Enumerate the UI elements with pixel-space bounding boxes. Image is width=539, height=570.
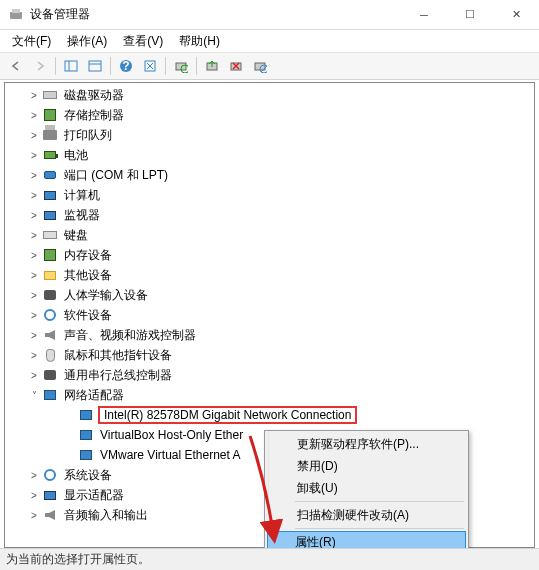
chevron-right-icon[interactable]: > — [27, 288, 41, 302]
menu-file[interactable]: 文件(F) — [4, 31, 59, 52]
app-icon — [8, 7, 24, 23]
tree-category-label: 内存设备 — [62, 246, 114, 265]
disable-toolbar-button[interactable] — [248, 54, 272, 78]
ctx-scan-hardware[interactable]: 扫描检测硬件改动(A) — [268, 504, 466, 526]
tree-category-label: 通用串行总线控制器 — [62, 366, 174, 385]
tree-category-label: 其他设备 — [62, 266, 114, 285]
tree-device-label: Intel(R) 82578DM Gigabit Network Connect… — [102, 407, 353, 423]
menu-help[interactable]: 帮助(H) — [171, 31, 228, 52]
monitor-icon — [42, 487, 58, 503]
gear-icon — [42, 307, 58, 323]
ctx-uninstall[interactable]: 卸载(U) — [268, 477, 466, 499]
net-icon — [78, 447, 94, 463]
ctx-separator — [295, 501, 464, 502]
chevron-right-icon[interactable]: > — [27, 88, 41, 102]
chevron-right-icon[interactable]: > — [27, 308, 41, 322]
tree-category-label: 音频输入和输出 — [62, 506, 150, 525]
ctx-disable[interactable]: 禁用(D) — [268, 455, 466, 477]
tree-category[interactable]: >软件设备 — [5, 305, 534, 325]
chevron-right-icon[interactable]: > — [27, 208, 41, 222]
toolbar: ? — [0, 52, 539, 80]
chevron-right-icon[interactable]: > — [27, 368, 41, 382]
tree-category-label: 打印队列 — [62, 126, 114, 145]
maximize-button[interactable]: ☐ — [447, 0, 493, 30]
chevron-right-icon[interactable]: > — [27, 508, 41, 522]
tree-category[interactable]: >磁盘驱动器 — [5, 85, 534, 105]
ctx-separator — [295, 528, 464, 529]
chevron-down-icon[interactable]: ˅ — [27, 388, 41, 402]
monitor-icon — [42, 207, 58, 223]
ctx-disable-label: 禁用(D) — [297, 458, 338, 475]
tree-category[interactable]: >电池 — [5, 145, 534, 165]
tree-category-label: 系统设备 — [62, 466, 114, 485]
chevron-right-icon[interactable]: > — [27, 328, 41, 342]
tree-device[interactable]: Intel(R) 82578DM Gigabit Network Connect… — [5, 405, 534, 425]
sound-icon — [42, 327, 58, 343]
tree-category[interactable]: >内存设备 — [5, 245, 534, 265]
chevron-right-icon[interactable]: > — [27, 348, 41, 362]
keyboard-icon — [42, 227, 58, 243]
tree-category-label: 电池 — [62, 146, 90, 165]
properties-toolbar-button[interactable] — [83, 54, 107, 78]
chevron-right-icon[interactable]: > — [27, 248, 41, 262]
sound-icon — [42, 507, 58, 523]
port-icon — [42, 167, 58, 183]
action-toolbar-button[interactable] — [138, 54, 162, 78]
usb-icon — [42, 367, 58, 383]
tree-category[interactable]: ˅网络适配器 — [5, 385, 534, 405]
menu-action[interactable]: 操作(A) — [59, 31, 115, 52]
chevron-right-icon[interactable]: > — [27, 468, 41, 482]
tree-category-label: 监视器 — [62, 206, 102, 225]
tree-category[interactable]: >键盘 — [5, 225, 534, 245]
help-toolbar-button[interactable]: ? — [114, 54, 138, 78]
tree-category-label: 网络适配器 — [62, 386, 126, 405]
drive-icon — [42, 87, 58, 103]
chevron-right-icon[interactable]: > — [27, 228, 41, 242]
tree-category-label: 软件设备 — [62, 306, 114, 325]
monitor-icon — [42, 187, 58, 203]
tree-category[interactable]: >打印队列 — [5, 125, 534, 145]
chevron-right-icon[interactable]: > — [27, 148, 41, 162]
tree-category[interactable]: >鼠标和其他指针设备 — [5, 345, 534, 365]
tree-category[interactable]: >监视器 — [5, 205, 534, 225]
context-menu: 更新驱动程序软件(P)... 禁用(D) 卸载(U) 扫描检测硬件改动(A) 属… — [264, 430, 469, 556]
gear-icon — [42, 467, 58, 483]
usb-icon — [42, 287, 58, 303]
printer-icon — [42, 127, 58, 143]
annotation-highlight: Intel(R) 82578DM Gigabit Network Connect… — [98, 406, 357, 424]
tree-category[interactable]: >存储控制器 — [5, 105, 534, 125]
chevron-right-icon[interactable]: > — [27, 488, 41, 502]
minimize-button[interactable]: ─ — [401, 0, 447, 30]
menu-view[interactable]: 查看(V) — [115, 31, 171, 52]
show-hide-console-tree-button[interactable] — [59, 54, 83, 78]
chevron-right-icon[interactable]: > — [27, 268, 41, 282]
net-icon — [78, 427, 94, 443]
tree-category[interactable]: >声音、视频和游戏控制器 — [5, 325, 534, 345]
update-driver-toolbar-button[interactable] — [200, 54, 224, 78]
close-button[interactable]: ✕ — [493, 0, 539, 30]
mouse-icon — [42, 347, 58, 363]
ctx-update-driver-label: 更新驱动程序软件(P)... — [297, 436, 419, 453]
tree-category[interactable]: >计算机 — [5, 185, 534, 205]
forward-button[interactable] — [28, 54, 52, 78]
ctx-update-driver[interactable]: 更新驱动程序软件(P)... — [268, 433, 466, 455]
ctx-uninstall-label: 卸载(U) — [297, 480, 338, 497]
tree-category-label: 鼠标和其他指针设备 — [62, 346, 174, 365]
tree-category-label: 键盘 — [62, 226, 90, 245]
scan-hardware-button[interactable] — [169, 54, 193, 78]
chevron-right-icon[interactable]: > — [27, 128, 41, 142]
chevron-right-icon[interactable]: > — [27, 168, 41, 182]
back-button[interactable] — [4, 54, 28, 78]
menubar: 文件(F) 操作(A) 查看(V) 帮助(H) — [0, 30, 539, 52]
tree-category[interactable]: >通用串行总线控制器 — [5, 365, 534, 385]
tree-category[interactable]: >其他设备 — [5, 265, 534, 285]
uninstall-toolbar-button[interactable] — [224, 54, 248, 78]
tree-category[interactable]: >端口 (COM 和 LPT) — [5, 165, 534, 185]
ctx-scan-hardware-label: 扫描检测硬件改动(A) — [297, 507, 409, 524]
chevron-right-icon[interactable]: > — [27, 108, 41, 122]
tree-category-label: 磁盘驱动器 — [62, 86, 126, 105]
tree-category[interactable]: >人体学输入设备 — [5, 285, 534, 305]
tree-category-label: 人体学输入设备 — [62, 286, 150, 305]
chevron-right-icon[interactable]: > — [27, 188, 41, 202]
svg-rect-1 — [12, 9, 20, 13]
